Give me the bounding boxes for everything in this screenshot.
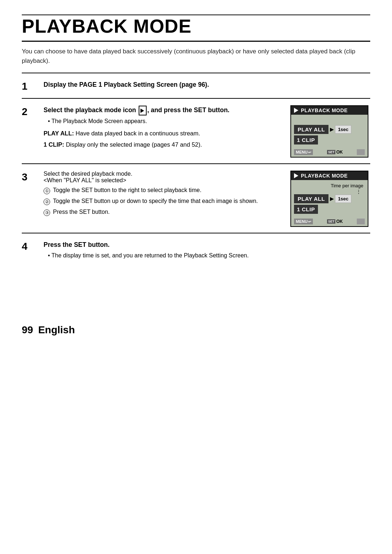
language-label: English xyxy=(38,321,75,336)
step-3-list: ① Toggle the SET button to the right to … xyxy=(44,186,282,217)
step-2-number: 2 xyxy=(22,106,35,118)
page-title: PLAYBACK MODE xyxy=(22,15,370,42)
lcd2-row2: 1 CLIP xyxy=(294,205,365,214)
step-2-heading: Select the playback mode icon , and pres… xyxy=(44,106,229,114)
lcd2-gray-box xyxy=(357,219,365,224)
lcd2-play-all: PLAY ALL xyxy=(294,194,328,203)
page-number: 99 xyxy=(22,321,33,336)
lcd1-row1: PLAY ALL ▶ 1sec xyxy=(294,125,365,134)
lcd2-1sec: 1sec xyxy=(335,195,351,203)
lcd2-footer: MENU ↩ SET OK xyxy=(291,217,368,226)
lcd2-menu-label: MENU xyxy=(296,219,307,224)
step-3-content: Select the desired playback mode. <When … xyxy=(44,171,282,219)
lcd2-ok-label: OK xyxy=(336,219,343,224)
lcd1-gray-box xyxy=(357,149,365,155)
step-2-content: Select the playback mode icon , and pres… xyxy=(44,105,282,149)
step-3-text-3: Press the SET button. xyxy=(53,208,110,216)
step-3-circled-2: ② xyxy=(44,199,50,205)
lcd2-arrow1: ▶ xyxy=(330,196,334,201)
step-4: 4 Press the SET button. The display time… xyxy=(22,233,370,266)
lcd2-title-bar: PLAYBACK MODE xyxy=(291,171,368,180)
lcd2-set-label: SET xyxy=(327,219,336,224)
term-1clip-desc: Display only the selected image (pages 4… xyxy=(66,141,202,148)
lcd2-menu-btn: MENU ↩ xyxy=(294,219,313,224)
step-3-subheading: <When "PLAY ALL" is selected> xyxy=(44,177,126,183)
step-2-bullet: The Playback Mode Screen appears. xyxy=(48,117,282,126)
term-play-all-desc: Have data played back in a continuous st… xyxy=(75,130,200,137)
lcd1-play-all: PLAY ALL xyxy=(294,125,328,134)
lcd2-menu-arrow: ↩ xyxy=(308,220,311,224)
step-3-text-1: Toggle the SET button to the right to se… xyxy=(53,186,201,195)
step-3-heading: Select the desired playback mode. xyxy=(44,171,132,177)
step-3-screen: PLAYBACK MODE Time per image ⋮ PLAY ALL … xyxy=(290,171,370,227)
footer: 99 English xyxy=(22,310,370,336)
step-1-heading: Display the PAGE 1 Playback Setting Scre… xyxy=(44,81,209,88)
step-4-content: Press the SET button. The display time i… xyxy=(44,240,370,260)
lcd1-arrow1: ▶ xyxy=(330,127,334,132)
intro-text: You can choose to have data played back … xyxy=(22,47,370,65)
lcd1-menu-btn: MENU ↩ xyxy=(294,149,313,155)
step-1: 1 Display the PAGE 1 Playback Setting Sc… xyxy=(22,73,370,99)
step-3: 3 Select the desired playback mode. <Whe… xyxy=(22,164,370,233)
lcd2-dots: ⋮ xyxy=(294,189,365,194)
lcd1-ok-label: OK xyxy=(336,150,343,155)
lcd2-title: PLAYBACK MODE xyxy=(301,173,348,179)
lcd1-menu-label: MENU xyxy=(296,150,307,154)
term-1clip-label: 1 CLIP: xyxy=(44,141,64,148)
lcd2-ok: SET OK xyxy=(327,219,343,224)
step-2: 2 Select the playback mode icon , and pr… xyxy=(22,99,370,164)
step-3-circled-3: ③ xyxy=(44,209,50,216)
lcd1-ok: SET OK xyxy=(327,150,343,155)
lcd1-1sec: 1sec xyxy=(335,125,351,134)
lcd1-title: PLAYBACK MODE xyxy=(301,107,348,113)
step-2-screen: PLAYBACK MODE PLAY ALL ▶ 1sec 1 CLIP MEN… xyxy=(290,105,370,158)
step-3-text-2: Toggle the SET button up or down to spec… xyxy=(53,197,258,205)
lcd2-time-per-image: Time per image xyxy=(294,183,365,189)
lcd1-title-bar: PLAYBACK MODE xyxy=(291,106,368,115)
step-3-number: 3 xyxy=(22,171,35,183)
step-3-item-2: ② Toggle the SET button up or down to sp… xyxy=(44,197,282,206)
step-4-heading: Press the SET button. xyxy=(44,241,110,248)
lcd1-footer: MENU ↩ SET OK xyxy=(291,148,368,157)
lcd2-row1: PLAY ALL ▶ 1sec xyxy=(294,194,365,203)
step-3-item-1: ① Toggle the SET button to the right to … xyxy=(44,186,282,195)
lcd1-set-label: SET xyxy=(327,150,336,154)
step-1-content: Display the PAGE 1 Playback Setting Scre… xyxy=(44,80,370,90)
lcd1-1clip: 1 CLIP xyxy=(294,135,318,144)
step-3-item-3: ③ Press the SET button. xyxy=(44,208,282,217)
lcd1-menu-arrow: ↩ xyxy=(308,150,311,154)
lcd1-row2: 1 CLIP xyxy=(294,135,365,144)
lcd2-1clip: 1 CLIP xyxy=(294,205,318,214)
term-play-all-label: PLAY ALL: xyxy=(44,130,74,137)
step-4-number: 4 xyxy=(22,241,35,252)
lcd2-play-icon xyxy=(294,173,298,178)
step-1-number: 1 xyxy=(22,81,35,92)
step-3-circled-1: ① xyxy=(44,188,50,194)
lcd1-play-icon xyxy=(294,108,298,113)
step-4-bullet: The display time is set, and you are ret… xyxy=(48,251,370,260)
